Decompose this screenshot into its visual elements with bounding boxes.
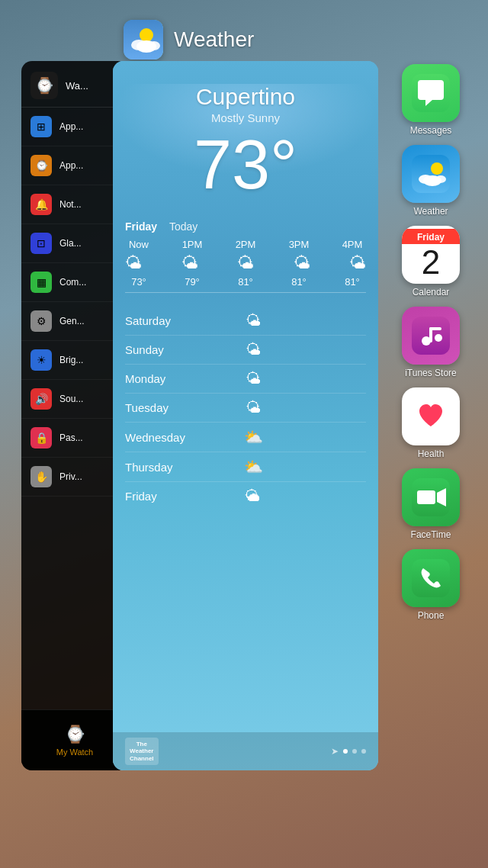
menu-label: Sou... — [59, 394, 83, 404]
forecast-day: Sunday — [125, 343, 201, 356]
menu-item-general[interactable]: ⚙ Gen... — [21, 302, 128, 341]
menu-label: Brig... — [59, 355, 83, 365]
hourly-times-row: Now 1PM 2PM 3PM 4PM — [125, 239, 366, 250]
svg-rect-20 — [412, 559, 450, 597]
hourly-temp-3pm: 81° — [285, 276, 313, 288]
forecast-day: Saturday — [125, 314, 201, 327]
calendar-label: Calendar — [413, 287, 450, 297]
svg-point-4 — [148, 41, 160, 50]
hourly-temps-row: 73° 79° 81° 81° 81° — [125, 276, 366, 288]
svg-point-13 — [435, 334, 442, 342]
hourly-day-labels: Friday Today — [125, 220, 366, 233]
forecast-row-tuesday: Tuesday 🌤 — [125, 394, 366, 423]
messages-label: Messages — [410, 125, 452, 136]
forecast-icon: 🌤 — [201, 312, 305, 330]
menu-item-app-layout[interactable]: ⊞ App... — [21, 108, 128, 146]
weather-condition: Mostly Sunny — [128, 111, 363, 124]
menu-item-brightness[interactable]: ☀ Brig... — [21, 341, 128, 380]
hourly-temp-2pm: 81° — [232, 276, 259, 288]
svg-point-1 — [140, 28, 153, 42]
hourly-temp-1pm: 79° — [178, 276, 206, 288]
facetime-icon[interactable] — [402, 468, 460, 526]
messages-icon[interactable] — [402, 64, 460, 122]
weather-app-icon[interactable] — [402, 145, 460, 203]
glances-icon: ⊡ — [30, 233, 52, 254]
forecast-icon: 🌤 — [201, 341, 305, 358]
day-label-today: Today — [169, 220, 197, 233]
menu-label: Pas... — [59, 432, 83, 443]
weather-card[interactable]: Cupertino Mostly Sunny 73° Friday Today … — [113, 61, 378, 770]
forecast-day: Friday — [125, 490, 201, 503]
itunes-icon[interactable] — [402, 307, 460, 365]
watch-bottom-icon: ⌚ — [65, 725, 85, 744]
phone-label: Phone — [418, 610, 445, 621]
menu-label: Gen... — [59, 316, 85, 326]
forecast-icon: ⛅ — [201, 428, 305, 446]
forecast-icon: 🌥 — [201, 487, 305, 505]
day-label-friday: Friday — [125, 220, 157, 233]
svg-point-10 — [435, 175, 446, 183]
weather-footer: The Weather Channel ➤ — [113, 732, 378, 770]
menu-item-notifications[interactable]: 🔔 Not... — [21, 185, 128, 224]
app-icon-item-messages[interactable]: Messages — [389, 61, 473, 139]
my-watch-panel[interactable]: ⌚ Wa... ⊞ App... ⌚ App... 🔔 Not... ⊡ Gla… — [21, 61, 128, 770]
phone-icon[interactable] — [402, 549, 460, 607]
menu-item-complications[interactable]: ▦ Com... — [21, 263, 128, 302]
app-icon-item-weather[interactable]: Weather — [389, 142, 473, 220]
forecast-day: Monday — [125, 372, 201, 385]
facetime-label: FaceTime — [411, 529, 451, 540]
hourly-divider — [125, 292, 366, 293]
my-watch-label: My Watch — [56, 747, 94, 757]
watch-menu-list: ⊞ App... ⌚ App... 🔔 Not... ⊡ Gla... ▦ Co… — [21, 108, 128, 709]
forecast-icon: 🌤 — [201, 399, 305, 416]
forecast-row-wednesday: Wednesday ⛅ — [125, 423, 366, 452]
app-icon-item-health[interactable]: Health — [389, 384, 473, 462]
privacy-icon: ✋ — [30, 466, 52, 487]
menu-item-sounds[interactable]: 🔊 Sou... — [21, 380, 128, 419]
weather-app-header: Weather — [113, 14, 378, 66]
hourly-icon-now: 🌤 — [125, 253, 142, 273]
complications-icon: ▦ — [30, 272, 52, 293]
menu-item-privacy[interactable]: ✋ Priv... — [21, 458, 128, 497]
weather-header-icon — [124, 20, 163, 59]
hourly-time-2pm: 2PM — [232, 239, 259, 250]
itunes-label: iTunes Store — [405, 368, 457, 378]
forecast-row-saturday: Saturday 🌤 — [125, 307, 366, 336]
watch-header: ⌚ Wa... — [21, 61, 128, 108]
forecast-day: Tuesday — [125, 401, 201, 414]
app-icon-item-facetime[interactable]: FaceTime — [389, 465, 473, 543]
forecast-row-thursday: Thursday ⛅ — [125, 452, 366, 482]
hourly-icon-4pm: 🌤 — [349, 253, 366, 273]
app-layout-icon: ⊞ — [30, 116, 52, 137]
location-icon: ➤ — [331, 746, 339, 757]
menu-label: Priv... — [59, 471, 82, 482]
app-icon-item-phone[interactable]: Phone — [389, 546, 473, 624]
svg-point-7 — [431, 162, 443, 175]
sounds-icon: 🔊 — [30, 388, 52, 410]
dot-3 — [361, 749, 366, 754]
menu-item-glances[interactable]: ⊡ Gla... — [21, 224, 128, 263]
menu-item-passcode[interactable]: 🔒 Pas... — [21, 419, 128, 458]
weather-label: Weather — [413, 206, 448, 217]
weather-app-title: Weather — [174, 27, 254, 52]
my-watch-tab[interactable]: ⌚ My Watch — [21, 709, 128, 770]
forecast-icon: ⛅ — [201, 458, 305, 476]
weather-page-dots: ➤ — [331, 746, 366, 757]
weather-channel-logo: The Weather Channel — [125, 738, 159, 766]
forecast-day: Thursday — [125, 461, 201, 474]
passcode-icon: 🔒 — [30, 427, 52, 448]
brightness-icon: ☀ — [30, 349, 52, 371]
hourly-time-4pm: 4PM — [339, 239, 366, 250]
menu-label: Com... — [59, 277, 86, 288]
health-icon[interactable] — [402, 387, 460, 445]
app-icon-item-calendar[interactable]: Friday 2 Calendar — [389, 223, 473, 301]
menu-label: Gla... — [59, 238, 82, 249]
hourly-time-now: Now — [125, 239, 152, 250]
app-reorder-icon: ⌚ — [30, 155, 52, 176]
calendar-icon[interactable]: Friday 2 — [402, 226, 460, 284]
watch-app-icon: ⌚ — [30, 72, 58, 99]
calendar-day-name: Friday — [402, 229, 460, 244]
menu-item-app-reorder[interactable]: ⌚ App... — [21, 146, 128, 185]
hourly-icons-row: 🌤 🌤 🌤 🌤 🌤 — [125, 253, 366, 273]
app-icon-item-itunes[interactable]: iTunes Store — [389, 304, 473, 381]
